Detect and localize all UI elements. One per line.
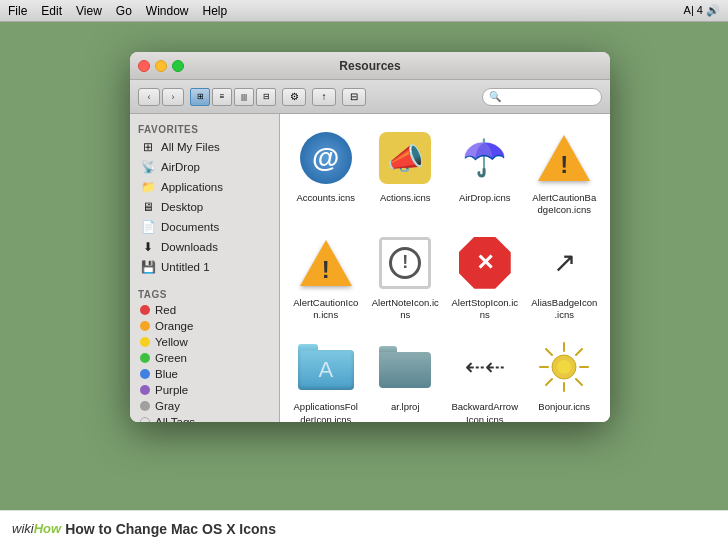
file-icon-actions: 📣: [375, 128, 435, 188]
menu-file[interactable]: File: [8, 4, 27, 18]
maximize-button[interactable]: [172, 60, 184, 72]
finder-window: Resources ‹ › ⊞ ≡ ||| ⊟ ⚙ ↑ ⊟ 🔍: [130, 52, 610, 422]
file-item-apps-folder[interactable]: A ApplicationsFolderIcon.icns: [288, 331, 364, 422]
share-button[interactable]: ↑: [312, 88, 336, 106]
menu-items: File Edit View Go Window Help: [8, 4, 227, 18]
file-name: AirDrop.icns: [459, 192, 511, 204]
lproj-folder-icon: [379, 346, 431, 388]
sidebar-item-red[interactable]: Red: [132, 302, 277, 318]
arrows-icon: ⇠⇠: [459, 341, 511, 393]
actions-icon: 📣: [379, 132, 431, 184]
arrange-button[interactable]: ⚙: [282, 88, 306, 106]
sidebar-item-green[interactable]: Green: [132, 350, 277, 366]
svg-point-1: [557, 360, 571, 374]
file-icon-alias-badge: ↗: [534, 233, 594, 293]
wikihow-logo: wikiHow: [12, 521, 61, 536]
file-name: AlertNoteIcon.icns: [372, 297, 440, 322]
blue-tag-dot: [140, 369, 150, 379]
column-view-button[interactable]: |||: [234, 88, 254, 106]
sidebar-item-label: Untitled 1: [161, 261, 210, 273]
menu-bar-status: A| 4 🔊: [684, 4, 720, 17]
file-name: Bonjour.icns: [538, 401, 590, 413]
forward-button[interactable]: ›: [162, 88, 184, 106]
back-button[interactable]: ‹: [138, 88, 160, 106]
file-name: AlertCautionIcon.icns: [292, 297, 360, 322]
warning-icon: !: [300, 237, 352, 289]
sidebar-item-label: Purple: [155, 384, 188, 396]
green-tag-dot: [140, 353, 150, 363]
sidebar-item-downloads[interactable]: ⬇ Downloads: [132, 237, 277, 257]
list-view-button[interactable]: ≡: [212, 88, 232, 106]
menu-view[interactable]: View: [76, 4, 102, 18]
menu-go[interactable]: Go: [116, 4, 132, 18]
file-item-alias-badge[interactable]: ↗ AliasBadgeIcon.icns: [527, 227, 603, 328]
file-item-airdrop[interactable]: ☂️ AirDrop.icns: [447, 122, 523, 223]
sidebar-item-label: Applications: [161, 181, 223, 193]
bonjour-icon: [538, 341, 590, 393]
wikihow-bar: wikiHow How to Change Mac OS X Icons: [0, 510, 728, 546]
sidebar-item-label: AirDrop: [161, 161, 200, 173]
purple-tag-dot: [140, 385, 150, 395]
sidebar-item-label: Documents: [161, 221, 219, 233]
wikihow-how: How: [34, 521, 61, 536]
title-bar: Resources: [130, 52, 610, 80]
content-area[interactable]: @ Accounts.icns 📣 Actions.icns: [280, 114, 610, 422]
search-icon: 🔍: [489, 91, 501, 102]
sidebar-item-documents[interactable]: 📄 Documents: [132, 217, 277, 237]
desktop-icon: 🖥: [140, 199, 156, 215]
sidebar-item-applications[interactable]: 📁 Applications: [132, 177, 277, 197]
stop-icon: ✕: [459, 237, 511, 289]
file-name: Actions.icns: [380, 192, 431, 204]
menu-window[interactable]: Window: [146, 4, 189, 18]
sidebar-item-blue[interactable]: Blue: [132, 366, 277, 382]
sidebar-item-all-tags[interactable]: All Tags...: [132, 414, 277, 422]
file-icon-alert-stop: ✕: [455, 233, 515, 293]
sidebar-item-orange[interactable]: Orange: [132, 318, 277, 334]
airdrop-icon: 📡: [140, 159, 156, 175]
downloads-icon: ⬇: [140, 239, 156, 255]
sidebar-item-label: Blue: [155, 368, 178, 380]
window-title: Resources: [339, 59, 400, 73]
wikihow-title: How to Change Mac OS X Icons: [65, 521, 276, 537]
minimize-button[interactable]: [155, 60, 167, 72]
sidebar-item-untitled1[interactable]: 💾 Untitled 1: [132, 257, 277, 277]
file-icon-bonjour: [534, 337, 594, 397]
sidebar-item-gray[interactable]: Gray: [132, 398, 277, 414]
sidebar-item-airdrop[interactable]: 📡 AirDrop: [132, 157, 277, 177]
file-name: AlertStopIcon.icns: [451, 297, 519, 322]
sidebar-item-yellow[interactable]: Yellow: [132, 334, 277, 350]
cover-view-button[interactable]: ⊟: [256, 88, 276, 106]
sidebar-item-desktop[interactable]: 🖥 Desktop: [132, 197, 277, 217]
more-button[interactable]: ⊟: [342, 88, 366, 106]
gray-tag-dot: [140, 401, 150, 411]
file-item-alert-caution-badge[interactable]: ! AlertCautionBadgeIcon.icns: [527, 122, 603, 223]
file-item-accounts[interactable]: @ Accounts.icns: [288, 122, 364, 223]
finder-body: FAVORITES ⊞ All My Files 📡 AirDrop 📁 App…: [130, 114, 610, 422]
file-icon-accounts: @: [296, 128, 356, 188]
sidebar-item-all-my-files[interactable]: ⊞ All My Files: [132, 137, 277, 157]
tags-label: TAGS: [130, 285, 279, 302]
file-item-alert-note[interactable]: ! AlertNoteIcon.icns: [368, 227, 444, 328]
toolbar: ‹ › ⊞ ≡ ||| ⊟ ⚙ ↑ ⊟ 🔍: [130, 80, 610, 114]
menu-help[interactable]: Help: [203, 4, 228, 18]
folder-app-icon: A: [298, 344, 354, 390]
file-item-bonjour[interactable]: Bonjour.icns: [527, 331, 603, 422]
icon-view-button[interactable]: ⊞: [190, 88, 210, 106]
file-item-alert-stop[interactable]: ✕ AlertStopIcon.icns: [447, 227, 523, 328]
sidebar-item-purple[interactable]: Purple: [132, 382, 277, 398]
all-my-files-icon: ⊞: [140, 139, 156, 155]
view-buttons: ⊞ ≡ ||| ⊟: [190, 88, 276, 106]
search-box[interactable]: 🔍: [482, 88, 602, 106]
close-button[interactable]: [138, 60, 150, 72]
file-item-actions[interactable]: 📣 Actions.icns: [368, 122, 444, 223]
file-item-alert-caution[interactable]: ! AlertCautionIcon.icns: [288, 227, 364, 328]
file-item-backward-arrow[interactable]: ⇠⇠ BackwardArrowIcon.icns: [447, 331, 523, 422]
favorites-label: FAVORITES: [130, 120, 279, 137]
applications-icon: 📁: [140, 179, 156, 195]
menu-edit[interactable]: Edit: [41, 4, 62, 18]
file-icon-backward-arrow: ⇠⇠: [455, 337, 515, 397]
warning-badge-icon: !: [538, 132, 590, 184]
svg-line-9: [546, 379, 552, 385]
sidebar-item-label: Yellow: [155, 336, 188, 348]
file-item-ar-lproj[interactable]: ar.lproj: [368, 331, 444, 422]
